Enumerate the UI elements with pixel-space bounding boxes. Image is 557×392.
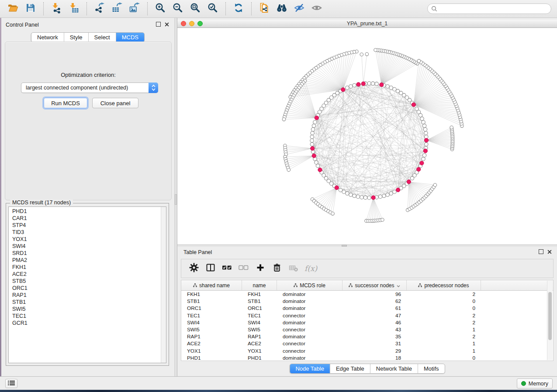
search-network-button[interactable] (275, 2, 289, 16)
mcds-hub-node[interactable] (412, 103, 415, 107)
column-header-name[interactable]: name (242, 280, 277, 290)
float-panel-icon[interactable] (539, 249, 543, 254)
mcds-hub-node[interactable] (424, 138, 428, 142)
export-image-button[interactable] (128, 2, 142, 16)
hide-labels-button[interactable] (292, 2, 306, 16)
mcds-hub-node[interactable] (356, 83, 360, 86)
criterion-dropdown[interactable]: largest connected component (undirected) (21, 83, 158, 93)
mcds-result-item[interactable]: STB1 (9, 299, 161, 306)
run-mcds-button[interactable]: Run MCDS (44, 98, 87, 108)
column-header-MCDS-role[interactable]: MCDS role (277, 280, 343, 290)
mcds-hub-node[interactable] (315, 116, 318, 120)
function-builder-button[interactable]: f(x) (304, 264, 317, 273)
mcds-result-item[interactable]: PHD1 (9, 208, 161, 215)
table-row[interactable]: YOX1YOX1connector291 (181, 347, 553, 354)
mcds-hub-node[interactable] (396, 188, 400, 192)
open-file-button[interactable] (6, 2, 20, 16)
delete-table-button[interactable] (287, 262, 300, 275)
table-row[interactable]: STB1STB1dominator620 (181, 298, 553, 305)
node-table[interactable]: shared namenameMCDS rolesuccessor nodesp… (181, 280, 554, 361)
tab-mcds[interactable]: MCDS (116, 33, 144, 42)
show-graphics-button[interactable] (310, 2, 324, 16)
mcds-result-list[interactable]: PHD1CAR1STP4TID3YOX1SWI4SRD1PMA2FKH1ACE2… (8, 206, 166, 363)
mcds-hub-node[interactable] (407, 180, 411, 184)
search-box[interactable] (427, 3, 551, 14)
table-scrollbar-thumb[interactable] (548, 292, 552, 340)
mcds-result-item[interactable]: TID3 (9, 229, 161, 236)
tab-edge-table[interactable]: Edge Table (330, 364, 370, 373)
mcds-result-item[interactable]: YOX1 (9, 236, 161, 243)
create-column-button[interactable] (254, 262, 267, 275)
task-history-button[interactable] (5, 379, 17, 388)
table-settings-button[interactable] (187, 262, 201, 275)
mcds-result-item[interactable]: SWI4 (9, 243, 161, 250)
select-all-rows-button[interactable] (221, 262, 234, 275)
table-row[interactable]: SWI4SWI4dominator462 (181, 319, 553, 326)
memory-button[interactable]: Memory (517, 378, 553, 389)
import-table-button[interactable] (67, 2, 81, 16)
mcds-result-item[interactable]: STP4 (9, 222, 161, 229)
mcds-result-item[interactable]: RAP1 (9, 292, 161, 299)
mcds-hub-node[interactable] (420, 161, 424, 165)
column-header-successor-nodes[interactable]: successor nodes (343, 280, 407, 290)
network-canvas[interactable] (177, 28, 557, 244)
mcds-hub-node[interactable] (311, 146, 315, 150)
table-row[interactable]: FKH1FKH1dominator962 (181, 291, 553, 298)
tab-node-table[interactable]: Node Table (290, 364, 330, 373)
mcds-hub-node[interactable] (361, 82, 365, 86)
network-graph[interactable] (177, 28, 557, 244)
close-panel-icon[interactable] (547, 250, 552, 254)
refresh-button[interactable] (232, 2, 246, 16)
mcds-result-item[interactable]: SRD1 (9, 250, 161, 257)
delete-column-button[interactable] (270, 262, 284, 275)
mcds-hub-node[interactable] (417, 167, 421, 171)
mcds-result-item[interactable]: ACE2 (9, 271, 161, 278)
deselect-all-rows-button[interactable] (237, 262, 250, 275)
export-table-button[interactable] (110, 2, 124, 16)
table-row[interactable]: ACE2ACE2connector311 (181, 340, 553, 347)
save-session-button[interactable] (24, 2, 38, 16)
tab-motifs[interactable]: Motifs (418, 364, 445, 373)
column-header-predecessor-nodes[interactable]: predecessor nodes (407, 280, 481, 290)
show-column-panel-button[interactable] (204, 262, 217, 275)
tab-network[interactable]: Network (31, 33, 64, 42)
mcds-hub-node[interactable] (312, 154, 316, 158)
mcds-result-item[interactable]: FKH1 (9, 264, 161, 271)
mcds-hub-node[interactable] (371, 196, 375, 199)
mcds-result-item[interactable]: GCR1 (9, 320, 161, 327)
zoom-selected-button[interactable] (206, 2, 220, 16)
tab-select[interactable]: Select (89, 33, 116, 42)
table-row[interactable]: ORC1ORC1dominator610 (181, 305, 553, 312)
mcds-hub-node[interactable] (335, 186, 339, 189)
mcds-hub-node[interactable] (380, 83, 384, 87)
mcds-result-item[interactable]: STB5 (9, 278, 161, 285)
tab-style[interactable]: Style (64, 33, 89, 42)
zoom-fit-button[interactable] (188, 2, 202, 16)
mcds-result-item[interactable]: PMA2 (9, 257, 161, 264)
mcds-result-item[interactable]: TEC1 (9, 313, 161, 320)
tab-network-table[interactable]: Network Table (370, 364, 418, 373)
mcds-hub-node[interactable] (318, 168, 322, 172)
table-row[interactable]: RAP1RAP1dominator352 (181, 333, 553, 340)
zoom-out-button[interactable] (171, 2, 185, 16)
clone-network-button[interactable] (257, 2, 271, 16)
export-network-button[interactable] (93, 2, 107, 16)
mcds-result-item[interactable]: ORC1 (9, 285, 161, 292)
float-panel-icon[interactable] (156, 22, 161, 27)
search-input[interactable] (437, 6, 551, 12)
vertical-split-divider[interactable] (174, 18, 177, 376)
mcds-hub-node[interactable] (341, 88, 345, 92)
column-header-shared-name[interactable]: shared name (181, 280, 242, 290)
network-window-titlebar[interactable]: YPA_prune.txt_1 (177, 20, 557, 28)
mcds-list-scrollbar[interactable] (161, 207, 166, 363)
table-scrollbar[interactable] (547, 281, 553, 360)
zoom-in-button[interactable] (153, 2, 167, 16)
mcds-result-item[interactable]: SWI5 (9, 306, 161, 313)
table-row[interactable]: TEC1TEC1connector472 (181, 312, 553, 319)
table-row[interactable]: PHD1PHD1dominator180 (181, 354, 553, 361)
close-panel-icon[interactable] (165, 22, 169, 27)
mcds-hub-node[interactable] (423, 149, 427, 153)
mcds-result-item[interactable]: CAR1 (9, 215, 161, 222)
split-handle-vertical[interactable] (175, 194, 177, 205)
close-panel-button[interactable]: Close panel (92, 98, 138, 108)
